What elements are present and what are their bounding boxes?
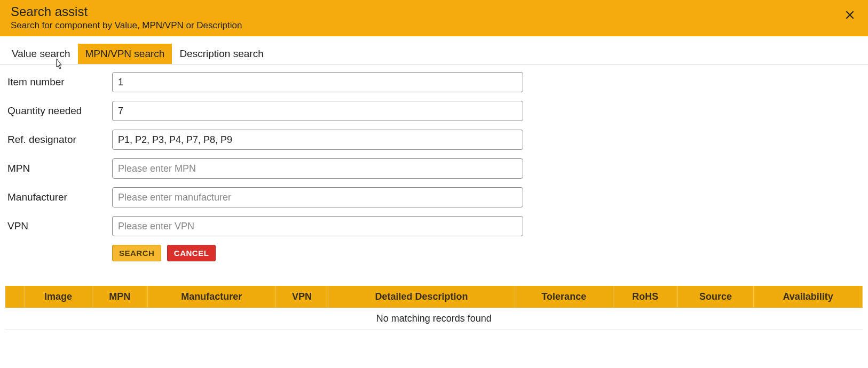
col-source[interactable]: Source (677, 286, 754, 308)
col-description[interactable]: Detailed Description (328, 286, 515, 308)
row-quantity: Quantity needed (7, 101, 861, 121)
col-mpn[interactable]: MPN (92, 286, 147, 308)
results-table: Image MPN Manufacturer VPN Detailed Desc… (5, 286, 863, 330)
tab-mpn-vpn-search[interactable]: MPN/VPN search (78, 44, 172, 64)
search-form: Item number Quantity needed Ref. designa… (0, 65, 868, 261)
row-manufacturer: Manufacturer (7, 187, 861, 207)
label-ref-designator: Ref. designator (7, 134, 112, 146)
results-empty-row: No matching records found (5, 308, 863, 330)
input-ref-designator[interactable] (112, 130, 523, 150)
input-quantity[interactable] (112, 101, 523, 121)
col-vpn[interactable]: VPN (275, 286, 328, 308)
tab-description-search[interactable]: Description search (172, 44, 271, 64)
button-row: SEARCH CANCEL (112, 245, 861, 261)
col-select[interactable] (5, 286, 25, 308)
results-empty-text: No matching records found (5, 308, 863, 330)
row-item-number: Item number (7, 72, 861, 92)
results-area: Image MPN Manufacturer VPN Detailed Desc… (5, 286, 863, 330)
col-tolerance[interactable]: Tolerance (515, 286, 613, 308)
dialog-subtitle: Search for component by Value, MPN/VPN o… (11, 20, 857, 31)
label-vpn: VPN (7, 220, 112, 232)
dialog-title: Search assist (11, 4, 857, 19)
col-rohs[interactable]: RoHS (613, 286, 677, 308)
close-icon (845, 10, 855, 20)
cancel-button[interactable]: CANCEL (167, 245, 216, 261)
dialog-header: Search assist Search for component by Va… (0, 0, 868, 36)
row-mpn: MPN (7, 158, 861, 179)
input-item-number[interactable] (112, 72, 523, 92)
label-quantity: Quantity needed (7, 105, 112, 117)
label-manufacturer: Manufacturer (7, 191, 112, 203)
row-ref-designator: Ref. designator (7, 130, 861, 150)
close-button[interactable] (845, 10, 857, 22)
col-availability[interactable]: Availability (754, 286, 863, 308)
label-mpn: MPN (7, 163, 112, 174)
col-manufacturer[interactable]: Manufacturer (147, 286, 275, 308)
row-vpn: VPN (7, 216, 861, 236)
input-manufacturer[interactable] (112, 187, 523, 207)
label-item-number: Item number (7, 76, 112, 88)
input-mpn[interactable] (112, 158, 523, 179)
input-vpn[interactable] (112, 216, 523, 236)
search-button[interactable]: SEARCH (112, 245, 161, 261)
tab-bar: Value search MPN/VPN search Description … (0, 44, 868, 65)
tab-value-search[interactable]: Value search (4, 44, 78, 64)
results-header-row: Image MPN Manufacturer VPN Detailed Desc… (5, 286, 863, 308)
col-image[interactable]: Image (25, 286, 92, 308)
